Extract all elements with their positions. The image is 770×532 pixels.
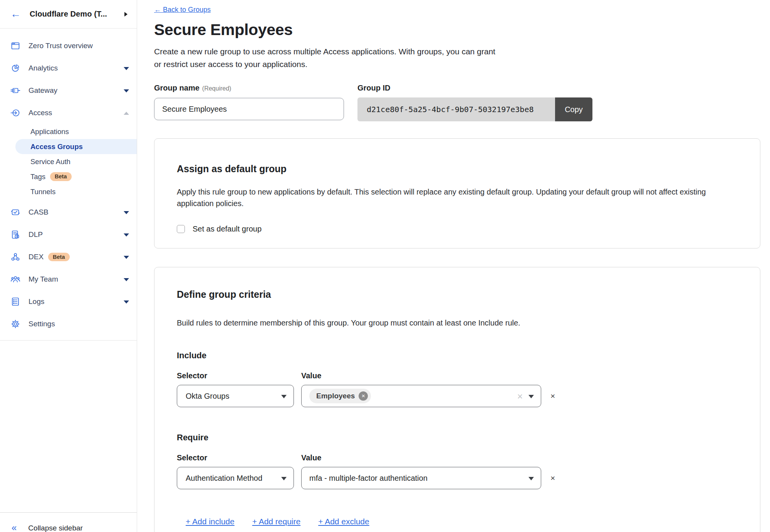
include-value-multiselect[interactable]: Employees ✕ ✕ (301, 385, 541, 407)
sidebar-item-applications[interactable]: Applications (0, 124, 137, 139)
collapse-sidebar-label: Collapse sidebar (28, 516, 83, 532)
add-require-link[interactable]: + Add require (252, 517, 301, 526)
page-description-line: Create a new rule group to use across mu… (154, 45, 760, 58)
sidebar-item-label: Analytics (29, 64, 58, 72)
remove-require-rule-icon[interactable]: × (550, 473, 555, 483)
chevron-down-icon[interactable] (124, 278, 129, 281)
page-title: Secure Employees (154, 21, 760, 39)
group-name-input[interactable] (154, 98, 344, 120)
include-heading: Include (177, 351, 738, 361)
group-name-label: Group name (154, 84, 200, 92)
default-group-checkbox[interactable] (177, 225, 185, 233)
require-rule-row: Authentication Method mfa - multiple-fac… (177, 467, 738, 489)
value-chip-label: Employees (316, 392, 355, 400)
sidebar-item-service-auth[interactable]: Service Auth (0, 154, 137, 169)
chevron-down-icon (528, 395, 534, 398)
card-body-line: Apply this rule group to new application… (177, 186, 738, 198)
include-selector-value: Okta Groups (186, 392, 229, 401)
chevron-down-icon[interactable] (124, 67, 129, 70)
sidebar-item-label: Gateway (29, 86, 57, 95)
sidebar-item-dex[interactable]: DEX Beta (0, 246, 137, 268)
sidebar-item-casb[interactable]: CASB (0, 201, 137, 223)
require-heading: Require (177, 433, 738, 443)
value-column-label: Value (301, 453, 321, 462)
chevron-down-icon[interactable] (124, 211, 129, 214)
add-exclude-link[interactable]: + Add exclude (318, 517, 369, 526)
require-value-dropdown[interactable]: mfa - multiple-factor authentication (301, 467, 541, 489)
team-icon (10, 274, 20, 284)
sidebar-item-access[interactable]: Access (0, 102, 137, 124)
collapse-sidebar-button[interactable]: « Collapse sidebar (0, 512, 137, 532)
sidebar-item-label: Access (29, 109, 52, 117)
collapse-chevrons-icon: « (12, 515, 17, 532)
required-hint: (Required) (202, 85, 232, 92)
include-selector-dropdown[interactable]: Okta Groups (177, 385, 294, 407)
chevron-down-icon[interactable] (124, 256, 129, 259)
sidebar-item-tunnels[interactable]: Tunnels (0, 184, 137, 199)
clear-values-icon[interactable]: ✕ (517, 392, 523, 401)
sidebar-item-my-team[interactable]: My Team (0, 268, 137, 290)
sidebar-item-gateway[interactable]: Gateway (0, 79, 137, 102)
chip-remove-icon[interactable]: ✕ (359, 391, 368, 401)
sidebar-item-label: My Team (29, 275, 58, 284)
document-lock-icon (10, 230, 20, 240)
sidebar-nav: Zero Trust overview Analytics Gateway (0, 29, 137, 341)
window-icon (10, 41, 20, 51)
sidebar-item-analytics[interactable]: Analytics (0, 57, 137, 79)
chevron-down-icon[interactable] (124, 89, 129, 92)
group-name-field-block: Group name(Required) (154, 84, 344, 121)
sidebar-item-access-groups[interactable]: Access Groups (15, 139, 137, 154)
sidebar-item-settings[interactable]: Settings (0, 313, 137, 335)
casb-icon (10, 207, 20, 217)
access-submenu: Applications Access Groups Service Auth … (0, 124, 137, 199)
sidebar-item-label: Logs (29, 297, 44, 306)
main-content: ← Back to Groups Secure Employees Create… (154, 0, 760, 532)
sidebar-item-label: Zero Trust overview (29, 42, 93, 50)
require-selector-dropdown[interactable]: Authentication Method (177, 467, 294, 489)
pie-chart-icon (10, 63, 20, 73)
group-id-value: d21ce80f-5a25-4bcf-9b07-5032197e3be8 (357, 97, 555, 121)
account-name[interactable]: Cloudflare Demo (T... (30, 10, 107, 18)
chevron-right-icon[interactable] (124, 12, 127, 17)
page-description-line: or restrict user access to your applicat… (154, 58, 760, 70)
group-id-label: Group ID (357, 84, 592, 92)
gateway-icon (10, 86, 20, 96)
list-icon (10, 297, 20, 307)
back-to-groups-link[interactable]: ← Back to Groups (154, 6, 211, 14)
chevron-up-icon[interactable] (124, 112, 129, 115)
require-value: mfa - multiple-factor authentication (309, 474, 428, 483)
beta-badge: Beta (48, 253, 69, 262)
sidebar-item-zero-trust-overview[interactable]: Zero Trust overview (0, 35, 137, 57)
sidebar-header: ← Cloudflare Demo (T... (0, 0, 137, 29)
remove-include-rule-icon[interactable]: × (550, 391, 555, 401)
back-arrow-icon[interactable]: ← (10, 8, 26, 20)
chevron-down-icon[interactable] (124, 300, 129, 304)
card-body: Apply this rule group to new application… (177, 186, 738, 209)
sidebar-item-tags[interactable]: Tags Beta (0, 169, 137, 184)
sidebar-item-dlp[interactable]: DLP (0, 223, 137, 246)
cluster-icon (10, 252, 20, 262)
chevron-down-icon (281, 477, 287, 480)
chevron-down-icon (528, 477, 534, 480)
selector-column-label: Selector (177, 371, 301, 380)
card-title: Define group criteria (177, 289, 738, 300)
sidebar-item-label: Tags (30, 173, 45, 181)
add-rule-links: + Add include + Add require + Add exclud… (177, 517, 738, 526)
sidebar: ← Cloudflare Demo (T... Zero Trust overv… (0, 0, 137, 532)
assign-default-group-card: Assign as default group Apply this rule … (154, 138, 760, 248)
page-description: Create a new rule group to use across mu… (154, 45, 760, 70)
chevron-down-icon[interactable] (124, 233, 129, 237)
card-body-line: application policies. (177, 198, 738, 209)
sidebar-item-label: DEX (29, 253, 44, 261)
beta-badge: Beta (50, 172, 71, 181)
require-selector-value: Authentication Method (186, 474, 262, 483)
include-rule-row: Okta Groups Employees ✕ ✕ × (177, 385, 738, 407)
value-column-label: Value (301, 371, 321, 380)
copy-button[interactable]: Copy (555, 97, 592, 121)
sidebar-item-label: DLP (29, 230, 43, 239)
sidebar-item-logs[interactable]: Logs (0, 290, 137, 313)
sidebar-item-label: CASB (29, 208, 49, 216)
default-group-checkbox-label: Set as default group (193, 225, 262, 233)
card-body: Build rules to determine membership of t… (177, 319, 738, 327)
add-include-link[interactable]: + Add include (186, 517, 235, 526)
